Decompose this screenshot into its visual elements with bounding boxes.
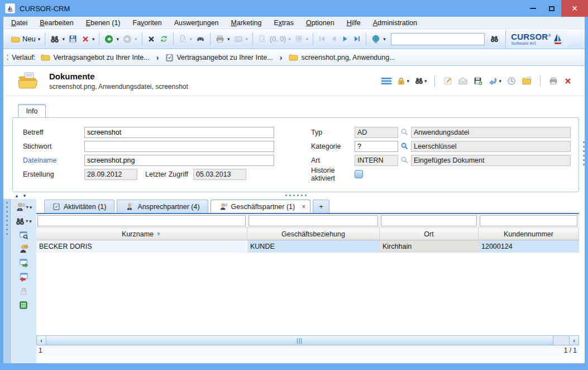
- menu-favoriten[interactable]: Favoriten: [133, 19, 162, 27]
- edit-button[interactable]: [443, 76, 453, 86]
- filter-geschaeftsbeziehung-input[interactable]: [248, 215, 378, 226]
- kategorie-code-field[interactable]: [355, 141, 398, 152]
- art-lookup-icon[interactable]: [400, 156, 409, 164]
- window-search-button[interactable]: [14, 228, 33, 242]
- quick-search-input[interactable]: [391, 33, 485, 45]
- right-panel-splitter[interactable]: [583, 141, 585, 165]
- search-entity-button[interactable]: [414, 76, 427, 86]
- image-button[interactable]: [232, 33, 250, 45]
- tab-geschaeftspartner[interactable]: Geschäftspartner (1) ×: [211, 200, 311, 213]
- menu-auswertungen[interactable]: Auswertungen: [174, 19, 219, 27]
- scroll-thumb[interactable]: |||: [46, 336, 553, 345]
- menu-ebenen[interactable]: Ebenen (1): [86, 19, 121, 27]
- gamepad-button[interactable]: [194, 33, 207, 45]
- tab-close-icon[interactable]: ×: [302, 203, 305, 211]
- import-button[interactable]: [488, 77, 501, 86]
- lock-button[interactable]: [396, 76, 409, 86]
- menu-bearbeiten[interactable]: Bearbeiten: [40, 19, 73, 27]
- new-button[interactable]: Neu: [9, 33, 42, 45]
- chevron-right-icon: ›: [573, 337, 575, 344]
- tab-aktivitaeten[interactable]: Aktivitäten (1): [44, 200, 114, 213]
- column-label: Geschäftsbeziehung: [281, 230, 345, 238]
- dateiname-link-label[interactable]: Dateiname: [13, 156, 84, 164]
- cell-kundennummer[interactable]: 12000124: [479, 240, 579, 253]
- breadcrumb-item[interactable]: Vertragsangebot zu Ihrer Inte...: [41, 54, 149, 61]
- tab-add[interactable]: +: [313, 200, 329, 213]
- menu-extras[interactable]: Extras: [274, 19, 293, 27]
- search-button[interactable]: [48, 33, 66, 45]
- filter-ort-input[interactable]: [381, 215, 477, 226]
- sidebar-search-button[interactable]: ▾: [14, 214, 33, 228]
- export-button[interactable]: [293, 33, 310, 45]
- find-button[interactable]: [488, 33, 501, 45]
- table-row[interactable]: BECKER DORIS KUNDE Kirchhain 12000124: [36, 240, 579, 253]
- menu-lines-button[interactable]: [381, 77, 391, 85]
- typ-code: AD: [355, 127, 398, 138]
- sidebar-lock-button[interactable]: [14, 284, 33, 298]
- breadcrumb-item[interactable]: screenshot.png, Anwendung...: [289, 54, 395, 61]
- breadcrumb-collapse-control[interactable]: ‹›: [7, 54, 8, 61]
- back-button[interactable]: [102, 33, 121, 45]
- entity-header: Dokumente screenshot.png, Anwendungsdate…: [3, 66, 585, 96]
- horizontal-splitter[interactable]: ▲▼: [3, 192, 585, 199]
- close-entity-button[interactable]: [563, 77, 572, 86]
- minimize-button[interactable]: [523, 0, 542, 17]
- left-panel-splitter[interactable]: [3, 199, 11, 363]
- partner-menu-button[interactable]: ▾: [14, 200, 33, 214]
- cancel-button[interactable]: [145, 34, 157, 45]
- column-header-geschaeftsbeziehung[interactable]: Geschäftsbeziehung: [247, 227, 380, 240]
- tab-label: Geschäftspartner (1): [231, 203, 295, 211]
- nav-prev-button[interactable]: [328, 34, 340, 44]
- forward-button[interactable]: [121, 33, 139, 45]
- delete-button[interactable]: [79, 34, 97, 45]
- refresh-button[interactable]: [157, 33, 170, 45]
- cell-ort[interactable]: Kirchhain: [380, 240, 479, 253]
- column-header-ort[interactable]: Ort: [380, 227, 479, 240]
- close-button[interactable]: ✕: [561, 0, 588, 17]
- dateiname-field[interactable]: [84, 155, 274, 166]
- nav-first-button[interactable]: [316, 34, 328, 44]
- menu-marketing[interactable]: Marketing: [231, 19, 262, 27]
- tab-ansprechpartner[interactable]: Ansprechpartner (4): [117, 200, 208, 213]
- save-add-button[interactable]: [473, 76, 483, 86]
- column-header-kundennummer[interactable]: Kundennummer: [479, 227, 579, 240]
- transfer-in-button[interactable]: [14, 256, 33, 270]
- maximize-button[interactable]: [542, 0, 561, 17]
- menu-hilfe[interactable]: Hilfe: [347, 19, 361, 27]
- breadcrumb-item[interactable]: Vertragsangebot zu Ihrer Inte...: [165, 53, 273, 62]
- print-button[interactable]: [213, 33, 232, 45]
- kategorie-lookup-icon[interactable]: [400, 142, 409, 150]
- print-entity-button[interactable]: [548, 76, 558, 86]
- global-search-button[interactable]: [369, 33, 388, 45]
- collapse-down-icon[interactable]: ▼: [22, 193, 27, 198]
- menu-administration[interactable]: Administration: [373, 19, 417, 27]
- stichwort-field[interactable]: [84, 141, 274, 152]
- typ-lookup-icon[interactable]: [400, 128, 409, 136]
- collapse-up-icon[interactable]: ▲: [15, 193, 19, 198]
- paste-document-button[interactable]: [176, 33, 194, 45]
- save-button[interactable]: [66, 33, 79, 45]
- document-counter-button[interactable]: (0, 0): [256, 33, 293, 45]
- transfer-out-button[interactable]: [14, 270, 33, 284]
- envelope-button[interactable]: [458, 77, 468, 85]
- menu-datei[interactable]: Datei: [11, 19, 27, 27]
- scroll-right-button[interactable]: ›: [569, 336, 579, 345]
- nav-last-button[interactable]: [351, 34, 363, 44]
- history-clock-button[interactable]: [506, 76, 517, 86]
- excel-export-button[interactable]: [14, 298, 33, 312]
- cell-geschaeftsbeziehung[interactable]: KUNDE: [247, 240, 380, 253]
- cell-kurzname[interactable]: BECKER DORIS: [36, 240, 247, 253]
- kategorie-label: Kategorie: [292, 143, 355, 150]
- filter-kurzname-input[interactable]: [37, 215, 246, 226]
- menu-optionen[interactable]: Optionen: [306, 19, 334, 27]
- folder-document-button[interactable]: [522, 76, 532, 86]
- horizontal-scrollbar[interactable]: ‹ ||| ›: [36, 335, 579, 345]
- historie-checkbox[interactable]: [355, 170, 363, 178]
- person-chart-button[interactable]: [14, 242, 33, 256]
- filter-kundennummer-input[interactable]: [480, 215, 577, 226]
- column-header-kurzname[interactable]: Kurzname▼: [36, 227, 247, 240]
- nav-next-button[interactable]: [340, 34, 351, 44]
- betreff-field[interactable]: [84, 127, 274, 138]
- tab-info[interactable]: Info: [18, 104, 46, 117]
- scroll-left-button[interactable]: ‹: [37, 336, 46, 345]
